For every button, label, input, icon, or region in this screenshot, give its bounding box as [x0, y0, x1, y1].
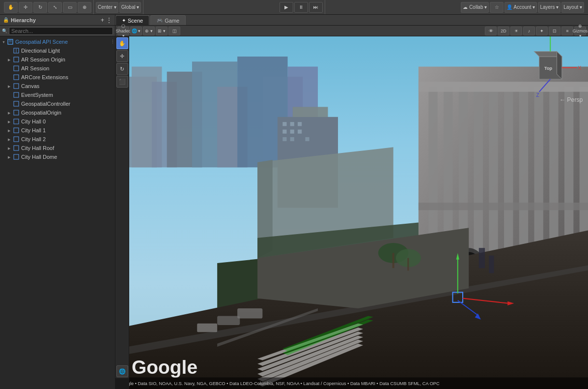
- move-tool-btn[interactable]: ✛: [19, 2, 32, 13]
- svg-rect-83: [479, 248, 485, 268]
- scale-tool-btn[interactable]: ⤡: [48, 2, 62, 13]
- city-hall-2-icon: [13, 136, 20, 143]
- hierarchy-item-ar-session-origin[interactable]: AR Session Origin: [0, 55, 115, 64]
- global-btn[interactable]: Global ▾: [119, 2, 141, 13]
- render-mode-btn[interactable]: 🌐 ▾: [130, 27, 142, 35]
- rect-tool-btn[interactable]: ▭: [63, 2, 77, 13]
- svg-rect-38: [305, 137, 309, 141]
- scene-tools-panel: ✋ ✛ ↻ ⬛ 🌐: [115, 36, 129, 378]
- hierarchy-item-arcore-extensions[interactable]: ARCore Extensions: [0, 73, 115, 82]
- hierarchy-title: Hierarchy: [11, 17, 36, 23]
- center-btn[interactable]: Center ▾: [96, 2, 118, 13]
- scene-toolbar: ⬡ Shaded ▾ 🌐 ▾ ⊕ ▾ ⊞ ▾ ◫ 👁 2D ☀ ♪ ✦ ⊡ ≡ …: [115, 26, 588, 36]
- hierarchy-item-city-hall-roof[interactable]: City Hall Roof: [0, 144, 115, 152]
- scene-world-tool-btn[interactable]: 🌐: [116, 365, 128, 377]
- hierarchy-item-label-city-hall-roof: City Hall Roof: [21, 145, 54, 151]
- hierarchy-item-root-scene[interactable]: Geospatial API Scene ⋮: [0, 37, 115, 46]
- ar-session-icon: [13, 65, 20, 72]
- svg-rect-80: [237, 308, 262, 318]
- pause-btn[interactable]: ⏸: [294, 2, 308, 13]
- audio-toggle-btn[interactable]: ♪: [523, 27, 535, 35]
- playmode-group: ▶ ⏸ ⏭: [278, 0, 325, 14]
- scene-3d-content: Y X Z Top ← Persp Google: [129, 36, 588, 389]
- transform-all-btn[interactable]: ⊕: [78, 2, 91, 13]
- hierarchy-item-geospatial-controller[interactable]: GeospatialController: [0, 99, 115, 108]
- hierarchy-panel: 🔒 Hierarchy + ⋮ 🔍 Geospatial API Scene ⋮: [0, 15, 115, 389]
- fx-toggle-btn[interactable]: ✦: [536, 27, 548, 35]
- stats-toggle-btn[interactable]: ≡: [561, 27, 573, 35]
- layout-btn[interactable]: Layout ▾: [561, 2, 584, 13]
- hierarchy-add-icon[interactable]: +: [101, 17, 104, 24]
- hierarchy-item-label-root-scene: Geospatial API Scene: [15, 39, 68, 45]
- gizmos-move-btn[interactable]: ⊕ ▾: [143, 27, 155, 35]
- svg-rect-79: [407, 258, 409, 271]
- svg-text:Google: Google: [132, 357, 197, 378]
- svg-rect-56: [419, 82, 588, 91]
- lighting-toggle-btn[interactable]: ☀: [510, 27, 522, 35]
- scene-hand-tool-btn[interactable]: ✋: [116, 37, 128, 49]
- hierarchy-menu-icon[interactable]: ⋮: [106, 17, 112, 24]
- hierarchy-item-geospatial-origin[interactable]: GeospatialOrigin: [0, 108, 115, 117]
- svg-rect-8: [14, 84, 19, 89]
- hierarchy-item-city-hall-1[interactable]: City Hall 1: [0, 126, 115, 135]
- hierarchy-title-area: 🔒 Hierarchy: [3, 17, 36, 23]
- geospatial-origin-icon: [13, 109, 20, 116]
- hierarchy-search-input[interactable]: [9, 27, 113, 35]
- tab-game[interactable]: 🎮 Game: [150, 15, 186, 25]
- scene-viewport[interactable]: ✋ ✛ ↻ ⬛ 🌐: [115, 36, 588, 389]
- hierarchy-item-city-hall-0[interactable]: City Hall 0: [0, 117, 115, 126]
- city-hall-0-icon: [13, 118, 20, 125]
- shading-btn[interactable]: ⬡ Shaded ▾: [117, 27, 129, 35]
- services-btn[interactable]: ☆: [490, 2, 504, 13]
- extra-gizmos-btn[interactable]: ◫: [168, 27, 180, 35]
- gizmos-snap-btn[interactable]: ⊞ ▾: [156, 27, 168, 35]
- hierarchy-item-event-system[interactable]: EventSystem: [0, 90, 115, 99]
- svg-rect-5: [14, 57, 19, 62]
- collab-btn[interactable]: ☁ Collab ▾: [461, 2, 489, 13]
- gizmos-toggle-btn[interactable]: ⊕ Gizmos ▾: [574, 27, 586, 35]
- rotate-tool-btn[interactable]: ↻: [33, 2, 47, 13]
- scene-rotate-tool-btn[interactable]: ↻: [116, 63, 128, 75]
- 2d-toggle-btn[interactable]: 2D: [498, 27, 509, 35]
- hand-tool-btn[interactable]: ✋: [4, 2, 18, 13]
- svg-rect-36: [282, 137, 286, 141]
- arrow-icon-city-hall-0: [8, 120, 13, 124]
- step-btn[interactable]: ⏭: [309, 2, 323, 13]
- hierarchy-search-icon: 🔍: [2, 29, 7, 33]
- svg-marker-94: [557, 52, 562, 79]
- hierarchy-item-canvas[interactable]: Canvas: [0, 82, 115, 90]
- layers-btn[interactable]: Layers ▾: [538, 2, 560, 13]
- svg-rect-37: [290, 137, 294, 141]
- scene-move-tool-btn[interactable]: ✛: [116, 50, 128, 62]
- svg-rect-9: [14, 92, 19, 97]
- hierarchy-item-label-arcore-extensions: ARCore Extensions: [21, 74, 68, 80]
- perspective-eye-btn[interactable]: 👁: [485, 27, 497, 35]
- scene-scale-tool-btn[interactable]: ⬛: [116, 76, 128, 88]
- hierarchy-item-label-ar-session-origin: AR Session Origin: [21, 57, 65, 62]
- hierarchy-item-dir-light[interactable]: Directional Light: [0, 46, 115, 55]
- hierarchy-item-label-city-hall-1: City Hall 1: [21, 127, 46, 133]
- hidden-toggle-btn[interactable]: ⊡: [549, 27, 560, 35]
- hierarchy-item-menu-icon[interactable]: ⋮: [111, 39, 115, 44]
- hierarchy-item-city-hall-2[interactable]: City Hall 2: [0, 135, 115, 144]
- arrow-icon-city-hall-2: [8, 137, 13, 142]
- hierarchy-lock-icon[interactable]: 🔒: [3, 17, 9, 23]
- scene-object-icon: [7, 38, 14, 45]
- play-btn[interactable]: ▶: [280, 2, 293, 13]
- svg-rect-12: [14, 119, 19, 124]
- hierarchy-item-label-event-system: EventSystem: [21, 92, 53, 98]
- svg-text:Z: Z: [536, 92, 539, 98]
- hierarchy-item-city-hall-dome[interactable]: City Hall Dome: [0, 152, 115, 161]
- hierarchy-item-label-geospatial-origin: GeospatialOrigin: [21, 110, 61, 116]
- svg-rect-82: [197, 324, 217, 332]
- svg-rect-78: [392, 253, 394, 268]
- svg-rect-84: [489, 256, 494, 273]
- scene-game-tabs: ✦ Scene 🎮 Game: [115, 15, 588, 26]
- hierarchy-header-icons: + ⋮: [101, 17, 112, 24]
- account-btn[interactable]: 👤 Account ▾: [504, 2, 537, 13]
- hierarchy-item-ar-session[interactable]: AR Session: [0, 64, 115, 73]
- svg-rect-15: [14, 146, 19, 150]
- hierarchy-item-label-city-hall-dome: City Hall Dome: [21, 154, 57, 160]
- hierarchy-list: Geospatial API Scene ⋮ Directional Light…: [0, 36, 115, 389]
- hierarchy-search-bar: 🔍: [0, 26, 115, 36]
